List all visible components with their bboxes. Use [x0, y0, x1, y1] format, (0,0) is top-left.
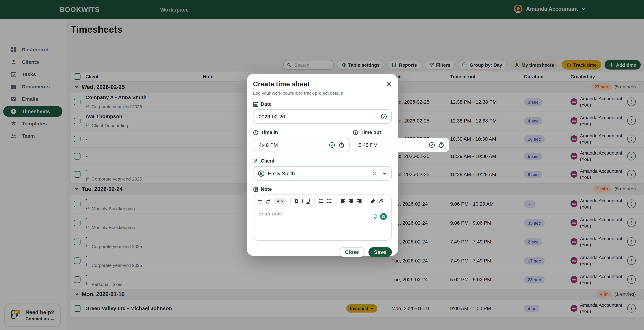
chevron-down-icon — [280, 200, 284, 203]
time-out-label: Time out — [360, 130, 381, 135]
link-icon[interactable] — [378, 199, 384, 204]
client-label: Client — [261, 158, 274, 164]
time-out-label-row: Time out — [353, 130, 449, 135]
align-center-button[interactable] — [348, 199, 354, 204]
client-avatar-icon — [258, 170, 264, 177]
highlighter-icon[interactable] — [370, 199, 375, 204]
client-label-row: Client — [253, 158, 392, 164]
note-label: Note — [261, 186, 272, 192]
check-circle-icon — [329, 142, 335, 148]
time-out-field[interactable] — [353, 138, 449, 152]
time-out-input[interactable] — [358, 142, 426, 148]
modal-subtitle: Log your work hours and track project de… — [253, 90, 392, 95]
time-in-input[interactable] — [258, 142, 326, 148]
close-button[interactable]: Close — [339, 247, 365, 257]
paragraph-style-dropdown[interactable]: P — [274, 198, 286, 205]
create-timesheet-modal: Create time sheet Log your work hours an… — [247, 74, 398, 256]
italic-button[interactable]: I — [302, 199, 303, 204]
note-label-row: Note — [253, 186, 392, 192]
redo-icon[interactable] — [266, 199, 270, 204]
date-label-row: Date — [253, 101, 392, 107]
check-circle-icon — [429, 142, 435, 148]
time-in-field[interactable] — [253, 138, 350, 152]
underline-button[interactable]: U — [306, 199, 310, 204]
modal-title: Create time sheet — [253, 80, 310, 88]
clock-icon — [253, 130, 258, 135]
close-icon[interactable] — [386, 81, 392, 87]
timer-reset-icon[interactable] — [338, 142, 344, 148]
clock-icon — [353, 130, 358, 135]
numbered-list-button[interactable] — [327, 199, 332, 204]
save-button[interactable]: Save — [368, 247, 392, 257]
timer-reset-icon[interactable] — [438, 142, 444, 148]
app-window: BOOKWITS Workspace Amanda Accountant Das… — [0, 0, 644, 330]
calendar-icon — [253, 101, 258, 107]
bullet-list-button[interactable] — [318, 199, 324, 204]
time-in-label: Time in — [261, 130, 278, 135]
bold-button[interactable]: B — [295, 199, 298, 204]
check-circle-icon — [381, 113, 387, 120]
chevron-down-icon[interactable] — [382, 171, 387, 176]
time-in-label-row: Time in — [253, 130, 350, 135]
editor-toolbar: P B I U — [254, 195, 392, 206]
note-editor[interactable]: P B I U Enter note G — [253, 195, 392, 241]
grammarly-icon[interactable]: G — [379, 212, 388, 221]
client-select[interactable]: Emily Smith — [253, 166, 392, 181]
align-right-button[interactable] — [357, 199, 362, 204]
person-icon — [253, 158, 258, 163]
date-input[interactable] — [258, 113, 377, 120]
date-label: Date — [261, 101, 272, 107]
paragraph-style-value: P — [276, 199, 279, 204]
grammarly-widget: G — [372, 212, 388, 221]
suggestion-bulb-icon[interactable] — [372, 213, 378, 220]
client-value: Emily Smith — [268, 171, 295, 176]
clear-icon[interactable] — [372, 171, 377, 176]
note-icon — [253, 187, 258, 192]
date-field[interactable] — [253, 109, 392, 124]
note-input[interactable]: Enter note — [254, 206, 392, 217]
align-left-button[interactable] — [340, 199, 345, 204]
undo-icon[interactable] — [258, 199, 262, 204]
